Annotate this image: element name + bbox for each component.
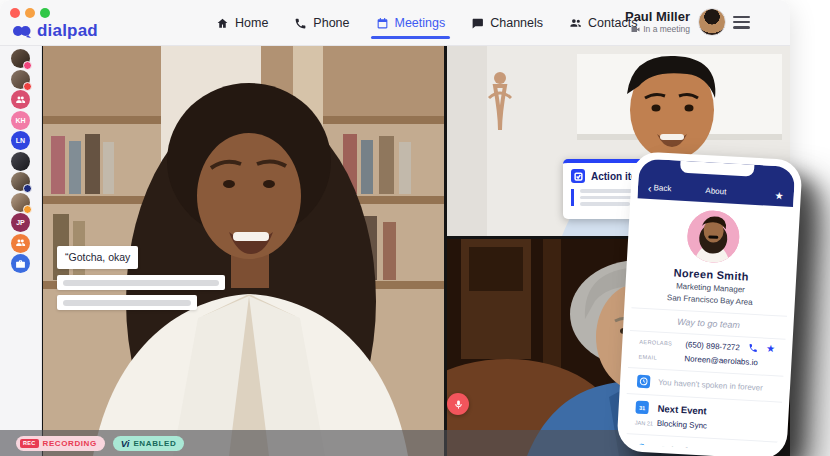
event-calendar-icon: 31	[635, 401, 649, 415]
phone-page-title: About	[638, 182, 794, 200]
sidebar-contact-avatar[interactable]	[11, 172, 30, 191]
nav-active-underline	[371, 36, 451, 39]
contact-avatar	[686, 209, 741, 264]
phone-mockup: ‹ Back About ★	[616, 151, 802, 456]
sidebar-group-avatar[interactable]	[11, 234, 30, 253]
nav-meetings-label: Meetings	[395, 16, 446, 30]
email-value: Noreen@aerolabs.io	[684, 354, 774, 368]
dialpad-logo-icon	[12, 23, 32, 39]
page: dialpad Home Phone Meetings	[0, 0, 830, 456]
user-info: Paul Miller In a meeting	[625, 10, 690, 34]
caption-placeholder	[57, 275, 225, 290]
mic-icon	[453, 399, 464, 410]
nav-phone-label: Phone	[313, 16, 349, 30]
user-status: In a meeting	[625, 24, 690, 34]
calendar-icon	[376, 17, 389, 30]
sidebar-group-avatar[interactable]	[11, 90, 30, 109]
group-icon	[15, 238, 26, 248]
event-date-label: JAN 21	[635, 419, 657, 426]
phone-icon	[294, 17, 307, 30]
logo-text: dialpad	[37, 21, 98, 41]
next-event-title: Next Event	[657, 403, 771, 420]
status-badge	[23, 61, 32, 70]
chat-icon	[471, 17, 484, 30]
in-meeting-icon	[631, 26, 640, 33]
phone-number-label: AEROLABS	[639, 339, 685, 348]
mute-mic-button[interactable]	[447, 393, 469, 415]
caption-text: “Gotcha, okay	[65, 251, 130, 263]
home-icon	[216, 17, 229, 30]
avatar-initials: KH	[15, 117, 25, 124]
user-status-label: In a meeting	[643, 24, 690, 34]
event-name: Blocking Sync	[657, 419, 771, 434]
status-badge	[23, 184, 32, 193]
zoom-window-button[interactable]	[40, 8, 50, 18]
user-avatar[interactable]	[698, 8, 726, 36]
nav-home[interactable]: Home	[216, 16, 268, 30]
nav-meetings[interactable]: Meetings	[376, 16, 446, 30]
phone-notch	[680, 161, 755, 177]
vi-enabled-badge: Vi ENABLED	[113, 436, 185, 451]
avatar-initials: LN	[16, 137, 25, 144]
history-clock-icon	[637, 375, 651, 389]
favorite-number-icon[interactable]: ★	[766, 344, 776, 354]
salesforce-cloud-icon	[633, 441, 651, 452]
minimize-window-button[interactable]	[25, 8, 35, 18]
salesforce-label: Salesforce	[659, 443, 708, 452]
sidebar-workspace-avatar[interactable]	[11, 254, 30, 273]
phone-screen: ‹ Back About ★	[624, 158, 796, 452]
status-badge	[23, 82, 32, 91]
close-window-button[interactable]	[10, 8, 20, 18]
group-icon	[15, 95, 26, 105]
email-label: EMAIL	[638, 353, 684, 362]
top-bar: dialpad Home Phone Meetings	[0, 0, 790, 46]
calendar-day: 31	[639, 404, 645, 410]
sidebar-contact-avatar[interactable]	[11, 70, 30, 89]
avatar-initials: JP	[16, 219, 25, 226]
hamburger-menu-icon[interactable]	[733, 16, 750, 32]
sidebar-contact-avatar[interactable]: KH	[11, 111, 30, 130]
contacts-sidebar: KH LN JP	[0, 46, 42, 456]
sidebar-contact-avatar[interactable]	[11, 193, 30, 212]
main-nav: Home Phone Meetings Channels Cont	[216, 0, 637, 46]
window-controls	[10, 8, 50, 18]
nav-channels-label: Channels	[490, 16, 543, 30]
vi-enabled-label: ENABLED	[133, 439, 176, 448]
nav-channels[interactable]: Channels	[471, 16, 543, 30]
sidebar-avatar-list: KH LN JP	[0, 46, 41, 273]
rec-tag: REC	[20, 439, 39, 448]
contact-identity-section: Noreen Smith Marketing Manager San Franc…	[631, 198, 793, 317]
nav-phone[interactable]: Phone	[294, 16, 349, 30]
status-badge	[23, 205, 32, 214]
user-name: Paul Miller	[625, 10, 690, 24]
dialpad-logo: dialpad	[12, 21, 98, 41]
contacts-icon	[569, 17, 582, 30]
recording-badge: REC RECORDING	[16, 436, 105, 451]
vi-logo: Vi	[121, 438, 130, 449]
sidebar-contact-avatar[interactable]: LN	[11, 131, 30, 150]
sidebar-contact-avatar[interactable]	[11, 152, 30, 171]
briefcase-icon	[15, 259, 26, 269]
favorite-star-icon[interactable]: ★	[774, 190, 784, 201]
last-contact-text: You haven't spoken in forever	[658, 378, 763, 393]
user-menu[interactable]: Paul Miller In a meeting	[625, 8, 726, 36]
call-icon[interactable]	[748, 343, 759, 354]
action-item-icon	[571, 169, 585, 183]
live-caption: “Gotcha, okay	[57, 246, 138, 269]
nav-home-label: Home	[235, 16, 268, 30]
caption-placeholder	[57, 295, 197, 310]
recording-label: RECORDING	[43, 439, 97, 448]
sidebar-contact-avatar[interactable]	[11, 49, 30, 68]
sidebar-contact-avatar[interactable]: JP	[11, 213, 30, 232]
